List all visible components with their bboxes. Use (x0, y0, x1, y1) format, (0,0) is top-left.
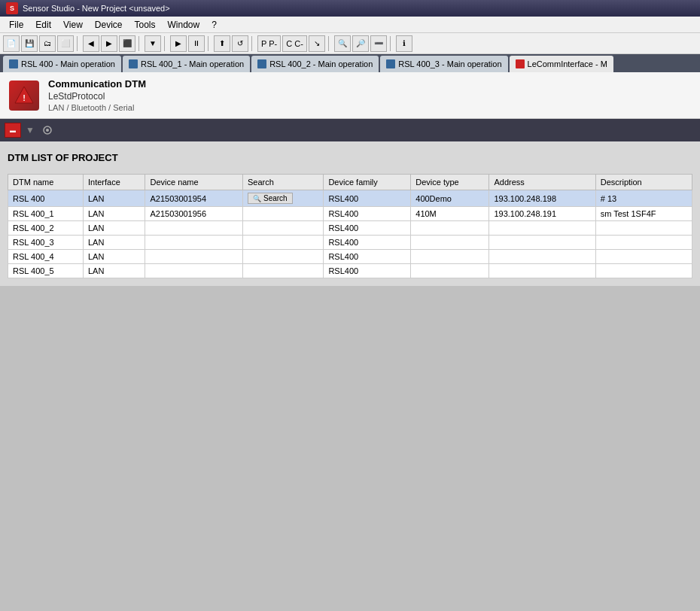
cell-address (489, 264, 595, 278)
toolbar-btn-new[interactable]: 📄 (3, 35, 20, 52)
toolbar-sep-1 (77, 36, 80, 51)
menu-item-view[interactable]: View (57, 18, 89, 32)
col-header-devicefamily: Device family (324, 175, 411, 190)
cell-devicename (145, 264, 243, 278)
toolbar: 📄 💾 🗂 ⬜ ◀ ▶ ⬛ ▼ ▶ ⏸ ⬆ ↺ P P- C C- ↘ 🔍 🔎 … (0, 33, 700, 54)
toolbar-btn-3[interactable]: 🗂 (39, 35, 56, 52)
cell-devicefamily: RSL400 (324, 264, 411, 278)
toolbar-sep-2 (138, 36, 142, 51)
sub-toolbar-settings-icon[interactable] (39, 123, 56, 138)
cell-description (595, 264, 692, 278)
cell-interface: LAN (83, 236, 145, 250)
svg-text:!: ! (23, 93, 26, 102)
toolbar-sep-3 (164, 36, 167, 51)
menu-bar: FileEditViewDeviceToolsWindow? (0, 17, 700, 33)
sub-toolbar-red-btn[interactable]: ▬ (5, 123, 21, 138)
toolbar-btn-stop[interactable]: ⏸ (188, 35, 205, 52)
header-icon: ! (9, 81, 39, 111)
toolbar-btn-pp1[interactable]: P P- (257, 35, 281, 52)
tab-rsl400-1[interactable]: RSL 400_1 - Main operation (123, 56, 250, 72)
cell-dtmname: RSL 400 (8, 190, 84, 207)
toolbar-btn-minus[interactable]: ➖ (370, 35, 387, 52)
tab-rsl400-2[interactable]: RSL 400_2 - Main operation (251, 56, 379, 72)
cell-search (242, 221, 323, 236)
toolbar-btn-up[interactable]: ⬆ (214, 35, 230, 52)
toolbar-btn-5[interactable]: ⬛ (119, 35, 135, 52)
cell-description (595, 250, 692, 264)
cell-devicename: A21503001956 (145, 207, 243, 221)
toolbar-btn-zoom[interactable]: 🔎 (352, 35, 369, 52)
title-bar-text: Sensor Studio - New Project <unsaved> (23, 4, 170, 13)
menu-item-device[interactable]: Device (89, 18, 129, 32)
tab-lecomm[interactable]: LeCommInterface - M (510, 56, 613, 72)
toolbar-btn-save[interactable]: 💾 (21, 35, 38, 52)
tab-rsl400[interactable]: RSL 400 - Main operation (3, 56, 121, 72)
cell-interface: LAN (83, 264, 145, 278)
col-header-devicetype: Device type (411, 175, 489, 190)
section-title: DTM LIST OF PROJECT (8, 149, 692, 166)
toolbar-btn-cc1[interactable]: C C- (282, 35, 307, 52)
toolbar-btn-refresh[interactable]: ↺ (232, 35, 248, 52)
tabs-bar: RSL 400 - Main operation RSL 400_1 - Mai… (0, 54, 700, 72)
cell-interface: LAN (83, 250, 145, 264)
header-subtitle: LeStdProtocol (48, 91, 146, 102)
table-row[interactable]: RSL 400_1LANA21503001956RSL400410M193.10… (8, 207, 692, 221)
cell-address (489, 221, 595, 236)
cell-devicetype (411, 250, 489, 264)
toolbar-btn-search[interactable]: 🔍 (334, 35, 351, 52)
table-row[interactable]: RSL 400_2LANRSL400 (8, 221, 692, 236)
toolbar-btn-dropdown[interactable]: ▼ (145, 35, 161, 52)
search-button[interactable]: 🔍Search (248, 193, 293, 204)
menu-item-?[interactable]: ? (205, 18, 223, 32)
tab-icon-rsl400-2 (257, 59, 266, 68)
toolbar-btn-forward[interactable]: ▶ (101, 35, 117, 52)
toolbar-btn-arrow[interactable]: ↘ (309, 35, 325, 52)
table-row[interactable]: RSL 400_4LANRSL400 (8, 250, 692, 264)
cell-devicetype: 410M (411, 207, 489, 221)
tab-icon-rsl400-1 (129, 59, 138, 68)
menu-item-file[interactable]: File (3, 18, 29, 32)
title-bar: S Sensor Studio - New Project <unsaved> (0, 0, 700, 17)
cell-description: sm Test 1SF4F (595, 207, 692, 221)
cell-interface: LAN (83, 207, 145, 221)
toolbar-sep-4 (208, 36, 211, 51)
toolbar-btn-4[interactable]: ⬜ (57, 35, 74, 52)
cell-devicefamily: RSL400 (324, 221, 411, 236)
table-row[interactable]: RSL 400LANA21503001954🔍SearchRSL400400De… (8, 190, 692, 207)
cell-devicename (145, 221, 243, 236)
menu-item-edit[interactable]: Edit (29, 18, 57, 32)
col-header-description: Description (595, 175, 692, 190)
header-sub: LAN / Bluetooth / Serial (48, 103, 146, 112)
table-header-row: DTM name Interface Device name Search De… (8, 175, 692, 190)
col-header-address: Address (489, 175, 595, 190)
toolbar-btn-back[interactable]: ◀ (83, 35, 99, 52)
toolbar-sep-5 (251, 36, 254, 51)
cell-devicefamily: RSL400 (324, 190, 411, 207)
cell-dtmname: RSL 400_2 (8, 221, 84, 236)
header-text: Communication DTM LeStdProtocol LAN / Bl… (48, 78, 146, 112)
menu-item-window[interactable]: Window (162, 18, 206, 32)
toolbar-btn-play[interactable]: ▶ (170, 35, 187, 52)
tab-label-lecomm: LeCommInterface - M (528, 59, 607, 68)
tab-label-rsl400-1: RSL 400_1 - Main operation (141, 59, 244, 68)
tab-label-rsl400: RSL 400 - Main operation (21, 59, 115, 68)
col-header-search: Search (242, 175, 323, 190)
table-row[interactable]: RSL 400_3LANRSL400 (8, 236, 692, 250)
cell-devicefamily: RSL400 (324, 250, 411, 264)
cell-devicename (145, 236, 243, 250)
toolbar-sep-6 (328, 36, 331, 51)
tab-icon-lecomm (516, 59, 525, 68)
cell-dtmname: RSL 400_5 (8, 264, 84, 278)
tab-rsl400-3[interactable]: RSL 400_3 - Main operation (380, 56, 507, 72)
toolbar-btn-info[interactable]: ℹ (396, 35, 412, 52)
search-icon: 🔍 (253, 195, 261, 202)
cell-description: # 13 (595, 190, 692, 207)
menu-item-tools[interactable]: Tools (129, 18, 162, 32)
cell-devicefamily: RSL400 (324, 207, 411, 221)
toolbar-sep-7 (390, 36, 393, 51)
cell-dtmname: RSL 400_3 (8, 236, 84, 250)
cell-devicetype (411, 221, 489, 236)
table-row[interactable]: RSL 400_5LANRSL400 (8, 264, 692, 278)
svg-point-3 (46, 129, 49, 132)
cell-address (489, 250, 595, 264)
